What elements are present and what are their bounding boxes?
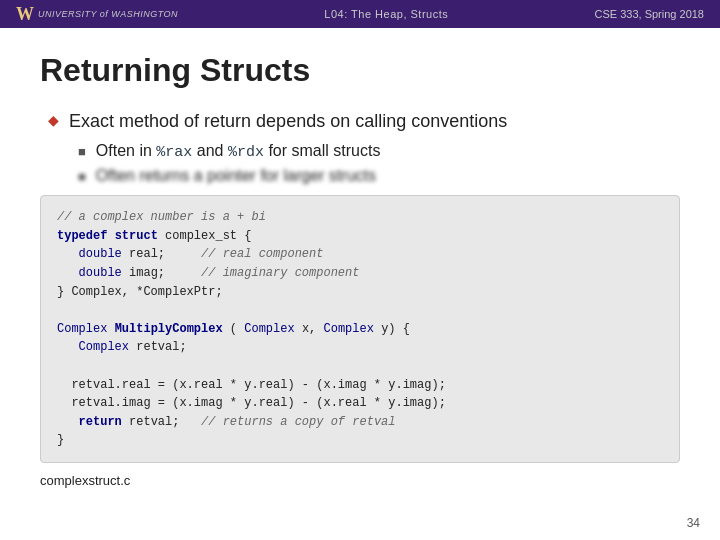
sub-bullet-2: ■ Often returns a pointer for larger str… xyxy=(78,167,680,185)
code-line-1: // a complex number is a + bi xyxy=(57,208,663,227)
code-block: // a complex number is a + bi typedef st… xyxy=(40,195,680,463)
course-info: CSE 333, Spring 2018 xyxy=(595,8,704,20)
sub-bullet-1: ■ Often in %rax and %rdx for small struc… xyxy=(78,142,680,161)
code-line-3: double real; // real component xyxy=(57,245,663,264)
main-bullet-text: Exact method of return depends on callin… xyxy=(69,109,507,134)
main-content: Returning Structs ◆ Exact method of retu… xyxy=(0,28,720,504)
code-line-6: Complex MultiplyComplex ( Complex x, Com… xyxy=(57,320,663,339)
header-bar: W UNIVERSITY of WASHINGTON L04: The Heap… xyxy=(0,0,720,28)
lecture-title: L04: The Heap, Structs xyxy=(324,8,448,20)
code-line-10: return retval; // returns a copy of retv… xyxy=(57,413,663,432)
code-line-empty-2 xyxy=(57,357,663,376)
code-line-11: } xyxy=(57,431,663,450)
file-label: complexstruct.c xyxy=(40,473,680,488)
code-line-7: Complex retval; xyxy=(57,338,663,357)
code-line-5: } Complex, *ComplexPtr; xyxy=(57,283,663,302)
page-title: Returning Structs xyxy=(40,52,680,89)
uw-logo: W UNIVERSITY of WASHINGTON xyxy=(16,4,178,25)
code-line-4: double imag; // imaginary component xyxy=(57,264,663,283)
bullet-diamond-icon: ◆ xyxy=(48,112,59,128)
header-left: W UNIVERSITY of WASHINGTON xyxy=(16,4,178,25)
code-line-2: typedef struct complex_st { xyxy=(57,227,663,246)
uw-w-letter: W xyxy=(16,4,34,25)
sub-bullet-marker-1: ■ xyxy=(78,144,86,159)
bullet-section: ◆ Exact method of return depends on call… xyxy=(48,109,680,185)
page-number: 34 xyxy=(687,516,700,530)
code-line-9: retval.imag = (x.imag * y.real) - (x.rea… xyxy=(57,394,663,413)
uw-wordmark: UNIVERSITY of WASHINGTON xyxy=(38,9,178,19)
sub-bullet-marker-2: ■ xyxy=(78,169,86,184)
main-bullet: ◆ Exact method of return depends on call… xyxy=(48,109,680,134)
sub-bullet-2-text: Often returns a pointer for larger struc… xyxy=(96,167,376,185)
code-comment-1: // a complex number is a + bi xyxy=(57,210,266,224)
code-line-empty-1 xyxy=(57,301,663,320)
code-line-8: retval.real = (x.real * y.real) - (x.ima… xyxy=(57,376,663,395)
sub-bullet-1-text: Often in %rax and %rdx for small structs xyxy=(96,142,381,161)
